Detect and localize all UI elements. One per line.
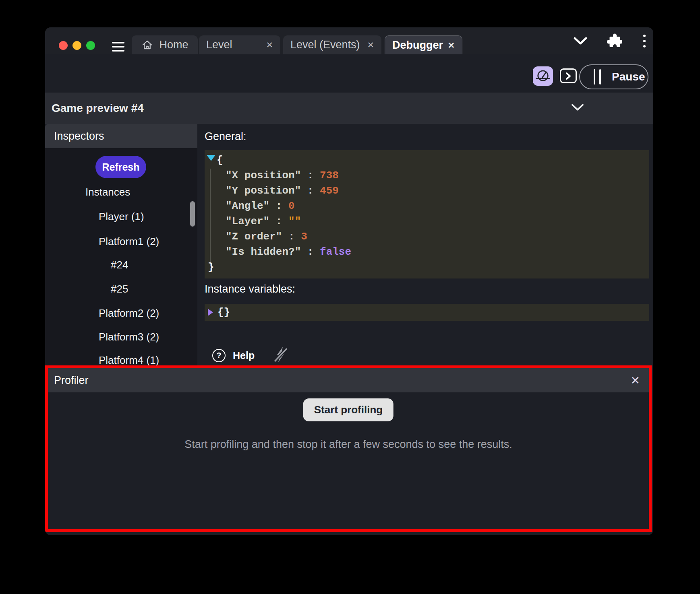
json-property-is-hidden: "Is hidden?" : false bbox=[205, 244, 649, 260]
instance-variables-value: {} bbox=[217, 304, 230, 321]
tab-level-events[interactable]: Level (Events)✕ bbox=[283, 35, 381, 54]
general-section-label: General: bbox=[205, 130, 246, 143]
app-window: HomeLevel✕Level (Events)✕Debugger✕ Pause… bbox=[45, 27, 653, 535]
tab-debugger[interactable]: Debugger✕ bbox=[385, 35, 462, 54]
game-preview-selector[interactable]: Game preview #4 bbox=[45, 93, 653, 124]
tree-item-25[interactable]: #25 bbox=[111, 283, 128, 295]
inspectors-header: Inspectors bbox=[45, 124, 197, 148]
profiler-panel: Profiler ✕ Start profiling Start profili… bbox=[45, 365, 652, 532]
pause-button-label: Pause bbox=[612, 70, 645, 83]
refresh-button[interactable]: Refresh bbox=[95, 156, 146, 178]
json-property-angle: "Angle" : 0 bbox=[205, 198, 649, 214]
expand-arrow-icon[interactable] bbox=[208, 309, 213, 316]
instance-inspector-panel: General: {"X position" : 738"Y position"… bbox=[197, 124, 653, 365]
help-icon[interactable]: ? bbox=[212, 349, 226, 362]
instance-variables-label: Instance variables: bbox=[205, 283, 295, 295]
profiler-toggle-button[interactable] bbox=[533, 66, 553, 86]
tab-bar: HomeLevel✕Level (Events)✕Debugger✕ bbox=[45, 35, 653, 54]
chevron-down-icon[interactable] bbox=[571, 104, 584, 113]
json-property-y-position: "Y position" : 459 bbox=[205, 183, 649, 198]
tree-item-player-1[interactable]: Player (1) bbox=[99, 210, 144, 223]
tree-item-platform4-1[interactable]: Platform4 (1) bbox=[99, 354, 159, 366]
tree-item-24[interactable]: #24 bbox=[111, 259, 128, 271]
title-bar: HomeLevel✕Level (Events)✕Debugger✕ bbox=[45, 27, 653, 54]
debugger-toolbar: Pause bbox=[45, 54, 653, 93]
tree-item-instances[interactable]: Instances bbox=[85, 186, 130, 198]
json-property-list: {"X position" : 738"Y position" : 459"An… bbox=[205, 153, 649, 275]
terminal-prompt-icon bbox=[564, 72, 572, 80]
help-link[interactable]: Help bbox=[233, 350, 255, 361]
tab-level[interactable]: Level✕ bbox=[199, 35, 280, 54]
extensions-puzzle-icon[interactable] bbox=[607, 33, 622, 49]
close-icon[interactable]: ✕ bbox=[631, 374, 640, 387]
sidebar-scrollbar-thumb[interactable] bbox=[190, 201, 195, 227]
tree-item-platform1-2[interactable]: Platform1 (2) bbox=[99, 235, 159, 248]
general-properties-box: {"X position" : 738"Y position" : 459"An… bbox=[205, 150, 649, 278]
auto-refresh-off-icon[interactable] bbox=[272, 346, 289, 365]
tab-home[interactable]: Home bbox=[132, 35, 198, 54]
start-profiling-button[interactable]: Start profiling bbox=[303, 398, 393, 421]
tab-label: Home bbox=[159, 39, 188, 51]
chevron-down-icon[interactable] bbox=[573, 37, 588, 45]
json-property-z-order: "Z order" : 3 bbox=[205, 229, 649, 244]
inspector-footer: ? Help bbox=[212, 348, 289, 363]
tree-item-platform3-2[interactable]: Platform3 (2) bbox=[99, 331, 159, 343]
gauge-icon bbox=[535, 68, 551, 85]
tab-label: Level bbox=[206, 39, 232, 51]
home-icon bbox=[141, 39, 153, 51]
json-property-layer: "Layer" : "" bbox=[205, 214, 649, 229]
kebab-menu-icon[interactable] bbox=[642, 33, 647, 49]
tree-item-platform2-2[interactable]: Platform2 (2) bbox=[99, 307, 159, 319]
game-preview-title: Game preview #4 bbox=[52, 102, 144, 115]
tab-label: Level (Events) bbox=[290, 39, 360, 51]
tab-close-icon[interactable]: ✕ bbox=[447, 41, 455, 50]
titlebar-actions bbox=[573, 27, 647, 54]
json-close-brace: } bbox=[205, 260, 649, 275]
inspectors-tree-panel: Refresh InstancesPlayer (1)Platform1 (2)… bbox=[45, 148, 197, 365]
profiler-description: Start profiling and then stop it after a… bbox=[48, 438, 649, 451]
json-open-brace: { bbox=[205, 153, 649, 168]
pause-icon bbox=[594, 69, 601, 85]
profiler-title: Profiler bbox=[54, 374, 89, 387]
console-button[interactable] bbox=[560, 68, 577, 83]
profiler-header: Profiler ✕ bbox=[48, 368, 649, 392]
profiler-body: Start profiling Start profiling and then… bbox=[48, 392, 649, 529]
instance-variables-box: {} bbox=[205, 304, 649, 321]
tab-close-icon[interactable]: ✕ bbox=[367, 41, 374, 49]
tab-label: Debugger bbox=[392, 39, 443, 52]
inspectors-sidebar: Inspectors Refresh InstancesPlayer (1)Pl… bbox=[45, 124, 197, 365]
json-property-x-position: "X position" : 738 bbox=[205, 168, 649, 183]
pause-button[interactable]: Pause bbox=[579, 64, 648, 89]
tab-close-icon[interactable]: ✕ bbox=[266, 41, 273, 49]
